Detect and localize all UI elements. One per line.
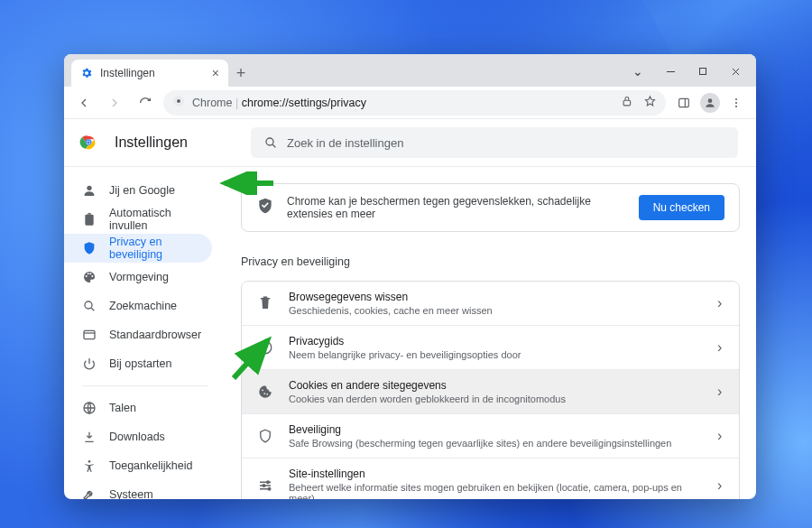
sidebar-item-label: Systeem: [109, 488, 153, 499]
svg-point-15: [87, 186, 91, 190]
browser-menu-icon[interactable]: [724, 90, 749, 116]
svg-point-3: [177, 99, 180, 103]
sidebar-item-label: Talen: [109, 402, 136, 414]
power-icon: [82, 357, 97, 371]
chevron-right-icon: ›: [717, 384, 724, 400]
svg-point-13: [87, 141, 90, 144]
svg-point-14: [266, 138, 273, 145]
settings-favicon-icon: [80, 67, 93, 79]
search-icon: [82, 299, 97, 313]
svg-point-22: [263, 485, 265, 487]
safety-check-banner: Chrome kan je beschermen tegen gegevensl…: [241, 183, 740, 232]
svg-rect-5: [679, 98, 689, 107]
row-cookies[interactable]: Cookies en andere sitegegevensCookies va…: [242, 369, 739, 413]
wrench-icon: [82, 487, 97, 499]
row-subtitle: Cookies van derden worden geblokkeerd in…: [289, 394, 703, 404]
sidebar-item-downloads[interactable]: Downloads: [64, 422, 212, 451]
sidebar-item-label: Bij opstarten: [109, 357, 171, 370]
tab-search-icon[interactable]: ⌄: [623, 60, 653, 83]
row-title: Privacygids: [289, 335, 703, 347]
sidebar-separator: [82, 385, 208, 386]
chevron-right-icon: ›: [717, 428, 724, 444]
shield-icon: [82, 241, 97, 255]
svg-point-19: [88, 460, 91, 463]
row-subtitle: Safe Browsing (bescherming tegen gevaarl…: [289, 438, 703, 449]
row-title: Site-instellingen: [289, 468, 703, 480]
svg-point-8: [735, 101, 737, 103]
close-window-button[interactable]: [720, 60, 751, 83]
share-icon[interactable]: [621, 95, 634, 111]
chevron-right-icon: ›: [717, 339, 724, 356]
sliders-icon: [256, 477, 274, 494]
row-site-settings[interactable]: Site-instellingenBeheert welke informati…: [242, 458, 739, 499]
sidebar-item-label: Jij en Google: [109, 184, 175, 197]
sidebar-item-label: Zoekmachine: [109, 300, 177, 312]
sidebar-item-system[interactable]: Systeem: [64, 480, 212, 499]
sidebar-item-label: Standaardbrowser: [109, 329, 201, 341]
close-tab-icon[interactable]: ×: [212, 66, 219, 80]
cookie-icon: [256, 384, 274, 400]
reload-button[interactable]: [133, 90, 158, 116]
chrome-logo-icon: [172, 95, 185, 110]
tab-title: Instellingen: [100, 67, 155, 79]
sidebar-item-label: Privacy en beveiliging: [109, 236, 212, 261]
profile-avatar[interactable]: [700, 93, 720, 113]
bookmark-icon[interactable]: [643, 95, 657, 111]
browser-tab[interactable]: Instellingen ×: [71, 60, 228, 87]
side-panel-icon[interactable]: [671, 90, 697, 116]
sidebar-item-accessibility[interactable]: Toegankelijkheid: [64, 451, 212, 480]
svg-rect-17: [84, 330, 95, 338]
search-icon: [263, 135, 278, 150]
minimize-window-button[interactable]: [655, 60, 686, 83]
forward-button[interactable]: [102, 90, 127, 116]
sidebar-item-privacy[interactable]: Privacy en beveiliging: [64, 234, 212, 263]
sidebar-item-autofill[interactable]: Automatisch invullen: [64, 205, 212, 234]
trash-icon: [256, 295, 274, 311]
sidebar-item-you-and-google[interactable]: Jij en Google: [64, 176, 212, 205]
accessibility-icon: [82, 459, 97, 473]
row-subtitle: Geschiedenis, cookies, cache en meer wis…: [289, 305, 703, 316]
row-title: Cookies en andere sitegegevens: [289, 379, 703, 392]
row-subtitle: Beheert welke informatie sites mogen geb…: [289, 482, 703, 499]
browser-toolbar: Chrome | chrome://settings/privacy: [64, 87, 756, 119]
sidebar-item-default-browser[interactable]: Standaardbrowser: [64, 320, 212, 349]
row-security[interactable]: BeveiligingSafe Browsing (bescherming te…: [242, 413, 739, 458]
sidebar-item-label: Toegankelijkheid: [109, 459, 192, 472]
sidebar-item-startup[interactable]: Bij opstarten: [64, 349, 212, 378]
app-header: Instellingen Zoek in de instellingen: [64, 119, 756, 166]
browser-window-icon: [82, 328, 97, 342]
shield-check-icon: [256, 197, 274, 218]
new-tab-button[interactable]: +: [228, 60, 254, 87]
privacy-settings-card: Browsegegevens wissenGeschiedenis, cooki…: [241, 281, 740, 499]
section-title: Privacy en beveiliging: [241, 255, 740, 268]
settings-search-input[interactable]: Zoek in de instellingen: [251, 127, 738, 158]
url-path: chrome://settings/privacy: [242, 97, 366, 109]
app-title: Instellingen: [115, 134, 188, 151]
svg-point-21: [267, 481, 270, 484]
row-title: Browsegegevens wissen: [289, 291, 703, 303]
row-title: Beveiliging: [289, 423, 703, 436]
sidebar-item-label: Automatisch invullen: [109, 207, 212, 232]
person-icon: [82, 183, 97, 198]
check-now-button[interactable]: Nu checken: [639, 195, 724, 220]
svg-point-7: [735, 97, 737, 99]
sidebar-item-search[interactable]: Zoekmachine: [64, 292, 212, 320]
address-bar[interactable]: Chrome | chrome://settings/privacy: [163, 90, 666, 116]
back-button[interactable]: [71, 90, 97, 116]
chrome-logo-icon: [78, 133, 98, 153]
svg-point-9: [735, 105, 737, 107]
svg-rect-4: [623, 100, 631, 106]
sidebar-item-label: Vormgeving: [109, 271, 169, 283]
svg-rect-0: [700, 69, 706, 75]
sidebar-item-appearance[interactable]: Vormgeving: [64, 263, 212, 292]
svg-point-20: [259, 341, 272, 354]
row-subtitle: Neem belangrijke privacy- en beveiliging…: [289, 349, 703, 360]
globe-icon: [82, 401, 97, 415]
settings-main-panel: Chrome kan je beschermen tegen gegevensl…: [219, 167, 756, 499]
compass-icon: [256, 339, 274, 356]
sidebar-item-languages[interactable]: Talen: [64, 394, 212, 422]
maximize-window-button[interactable]: [687, 60, 718, 83]
row-clear-browsing-data[interactable]: Browsegegevens wissenGeschiedenis, cooki…: [242, 282, 739, 325]
search-placeholder: Zoek in de instellingen: [287, 136, 403, 150]
row-privacy-guide[interactable]: PrivacygidsNeem belangrijke privacy- en …: [242, 325, 739, 369]
